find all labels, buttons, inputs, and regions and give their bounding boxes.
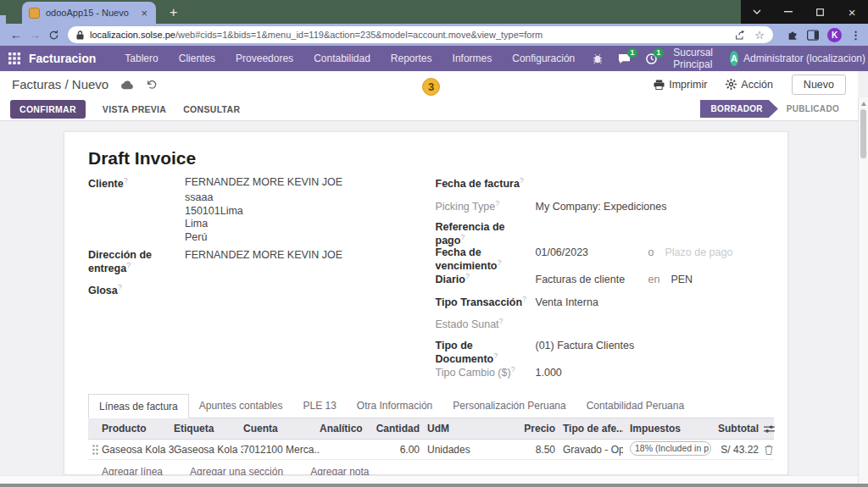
cell-precio[interactable]: 8.50: [496, 444, 555, 456]
tab-lineas-factura[interactable]: Líneas de factura: [88, 394, 189, 418]
direccion-entrega-value[interactable]: FERNANDEZ MORE KEVIN JOE: [185, 249, 342, 274]
consult-button[interactable]: CONSULTAR: [183, 104, 240, 114]
header-analitico[interactable]: Analítico: [320, 423, 372, 434]
cell-tipo-afectacion[interactable]: Gravado - Oper...: [555, 444, 623, 456]
menu-clientes[interactable]: Clientes: [169, 53, 225, 64]
form-right-column: Fecha de factura? Picking Type? My Compa…: [436, 176, 775, 387]
cliente-value[interactable]: FERNANDEZ MORE KEVIN JOE ssaaa 150101Lim…: [185, 176, 342, 244]
tipo-documento-value[interactable]: (01) Factura Clientes: [536, 340, 635, 351]
window-chevron-icon[interactable]: [741, 0, 773, 24]
header-tipo-afectacion[interactable]: Tipo de afe...: [555, 423, 623, 434]
optional-columns-icon[interactable]: [759, 424, 779, 434]
bottom-gap: [0, 475, 858, 484]
header-etiqueta[interactable]: Etiqueta: [174, 423, 243, 434]
print-button[interactable]: Imprimir: [654, 79, 707, 91]
new-tab-button[interactable]: +: [170, 5, 177, 24]
window-close-icon[interactable]: ×: [837, 0, 868, 24]
header-cantidad[interactable]: Cantidad: [372, 423, 420, 434]
drag-handle-icon[interactable]: [88, 445, 102, 455]
tab-personalizacion-peruana[interactable]: Personalización Peruana: [442, 394, 576, 418]
forward-icon[interactable]: →: [25, 28, 44, 42]
confirm-button[interactable]: CONFIRMAR: [10, 100, 86, 119]
messages-icon[interactable]: 1: [618, 53, 631, 64]
user-avatar[interactable]: A: [730, 51, 738, 66]
menu-proveedores[interactable]: Proveedores: [225, 53, 303, 64]
form-left-column: Cliente? FERNANDEZ MORE KEVIN JOE ssaaa …: [88, 176, 436, 387]
tab-close-icon[interactable]: ×: [139, 8, 149, 19]
status-draft-badge[interactable]: BORRADOR: [700, 100, 778, 118]
diario-value[interactable]: Facturas de cliente: [536, 274, 648, 285]
status-posted[interactable]: PUBLICADO: [787, 104, 839, 113]
reload-icon[interactable]: [44, 30, 63, 41]
menu-configuracion[interactable]: Configuración: [502, 53, 585, 64]
bug-icon[interactable]: [593, 53, 603, 64]
menu-reportes[interactable]: Reportes: [381, 53, 442, 64]
plazo-pago-placeholder[interactable]: Plazo de pago: [665, 246, 732, 258]
picking-type-value[interactable]: My Company: Expediciones: [536, 201, 667, 213]
menu-contabilidad[interactable]: Contabilidad: [303, 53, 381, 64]
cell-producto[interactable]: Gaseosa Kola 3L: [102, 444, 174, 456]
save-cloud-icon[interactable]: [120, 80, 134, 90]
window-maximize-icon[interactable]: [804, 0, 837, 24]
menu-tablero[interactable]: Tablero: [114, 53, 168, 64]
activities-clock-icon[interactable]: 1: [646, 53, 657, 64]
cell-impuestos[interactable]: 18% (Included in p: [623, 441, 711, 458]
new-button[interactable]: Nuevo: [792, 75, 846, 95]
share-icon[interactable]: [735, 30, 746, 41]
activities-badge: 1: [654, 48, 665, 58]
field-tipo-cambio: Tipo Cambio ($)? 1.000: [436, 365, 775, 388]
field-glosa: Glosa?: [88, 283, 436, 296]
window-edge: [0, 15, 6, 24]
printer-icon: [654, 80, 665, 90]
discard-undo-icon[interactable]: [146, 79, 158, 90]
app-name[interactable]: Facturacion: [29, 52, 96, 65]
header-subtotal[interactable]: Subtotal: [711, 423, 759, 434]
field-direccion-entrega: Dirección de entrega? FERNANDEZ MORE KEV…: [88, 249, 436, 274]
cell-cuenta[interactable]: 7012100 Merca...: [243, 444, 320, 456]
url-bar[interactable]: localizacion.solse.pe/web#cids=1&bids=1&…: [68, 26, 773, 43]
scrollbar-thumb[interactable]: [860, 109, 866, 158]
scroll-up-icon[interactable]: [861, 102, 866, 106]
bookmark-star-icon[interactable]: ☆: [754, 29, 765, 42]
kebab-menu-icon[interactable]: ⋮: [850, 29, 861, 42]
tax-tag[interactable]: 18% (Included in p: [630, 441, 711, 456]
tab-apuntes-contables[interactable]: Apuntes contables: [189, 394, 293, 418]
menu-informes[interactable]: Informes: [442, 53, 503, 64]
action-button[interactable]: Acción: [726, 79, 773, 91]
browser-tab[interactable]: odooApp15 - Nuevo ×: [22, 2, 156, 24]
breadcrumb[interactable]: Facturas / Nuevo: [12, 77, 108, 91]
extensions-puzzle-icon[interactable]: [787, 29, 798, 41]
tab-contabilidad-peruana[interactable]: Contabilidad Peruana: [576, 394, 694, 418]
invoice-line-row[interactable]: Gaseosa Kola 3L Gaseosa Kola 3L 7012100 …: [88, 440, 774, 460]
cell-etiqueta[interactable]: Gaseosa Kola 3L: [174, 444, 243, 456]
picking-type-label: Picking Type?: [436, 199, 536, 213]
cell-subtotal[interactable]: S/ 43.22: [711, 444, 759, 456]
tipo-cambio-value[interactable]: 1.000: [536, 367, 648, 379]
header-impuestos[interactable]: Impuestos: [623, 423, 711, 434]
cell-cantidad[interactable]: 6.00: [372, 444, 420, 456]
tipo-transaccion-value[interactable]: Venta Interna: [536, 296, 598, 308]
invoice-sheet: Draft Invoice Cliente? FERNANDEZ MORE KE…: [64, 131, 788, 475]
cell-udm[interactable]: Unidades: [420, 444, 496, 456]
browser-profile-avatar[interactable]: K: [827, 28, 842, 42]
browser-tab-strip: odooApp15 - Nuevo × + ×: [0, 0, 868, 24]
vertical-scrollbar[interactable]: [858, 97, 868, 484]
header-udm[interactable]: UdM: [420, 423, 496, 434]
diario-currency[interactable]: PEN: [670, 274, 693, 285]
delete-line-icon[interactable]: [759, 445, 779, 455]
window-minimize-icon[interactable]: [773, 0, 805, 24]
header-precio[interactable]: Precio: [496, 423, 555, 434]
tab-ple13[interactable]: PLE 13: [292, 394, 346, 418]
fecha-vencimiento-value[interactable]: 01/06/2023: [536, 246, 648, 258]
preview-button[interactable]: VISTA PREVIA: [103, 104, 166, 114]
field-fecha-vencimiento: Fecha de vencimiento? 01/06/2023 o Plazo…: [436, 246, 775, 272]
company-switcher[interactable]: Sucursal Principal: [673, 47, 719, 70]
annotation-marker-3: 3: [422, 78, 440, 96]
header-cuenta[interactable]: Cuenta: [243, 423, 320, 434]
back-icon[interactable]: ←: [7, 28, 25, 42]
header-producto[interactable]: Producto: [102, 423, 174, 434]
side-panel-icon[interactable]: [807, 30, 819, 41]
tab-otra-informacion[interactable]: Otra Información: [347, 394, 442, 418]
apps-grid-icon[interactable]: [8, 53, 20, 64]
user-menu[interactable]: Administrator (localizacion): [743, 53, 865, 64]
